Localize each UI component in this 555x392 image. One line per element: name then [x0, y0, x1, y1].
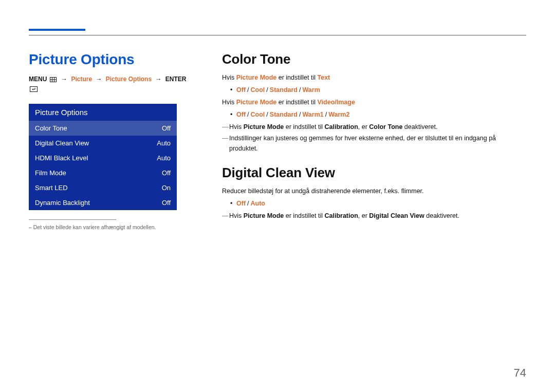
text: Hvis — [222, 74, 236, 81]
breadcrumb: MENU → Picture → Picture Options → ENTER — [29, 75, 193, 95]
osd-row-label: Digital Clean View — [35, 139, 89, 147]
arrow-icon: → — [155, 76, 161, 83]
breadcrumb-enter: ENTER — [165, 76, 187, 83]
right-column: Color Tone Hvis Picture Mode er indstill… — [222, 51, 526, 230]
osd-row-dynamic-backlight[interactable]: Dynamic Backlight Off — [29, 195, 177, 210]
osd-row-label: Film Mode — [35, 169, 66, 177]
two-column-layout: Picture Options MENU → Picture → Picture… — [29, 51, 526, 230]
text-bold: Picture Mode — [244, 123, 284, 130]
footnote-rule — [29, 219, 116, 220]
osd-row-value: Auto — [157, 139, 171, 147]
breadcrumb-item: Picture — [71, 76, 92, 83]
menu-grid-icon — [50, 76, 57, 85]
osd-row-label: Color Tone — [35, 124, 67, 132]
page: Picture Options MENU → Picture → Picture… — [0, 0, 555, 392]
osd-row-digital-clean-view[interactable]: Digital Clean View Auto — [29, 136, 177, 151]
option: Warm2 — [328, 111, 349, 118]
left-column: Picture Options MENU → Picture → Picture… — [29, 51, 193, 230]
text-accent: Text — [317, 74, 330, 81]
osd-row-label: Smart LED — [35, 184, 68, 192]
header-accent-bar — [29, 29, 85, 31]
text-bold: Color Tone — [369, 123, 402, 130]
subsection-heading-dcv: Digital Clean View — [222, 165, 526, 181]
osd-row-value: Off — [162, 169, 171, 177]
text-bold: Digital Clean View — [369, 212, 424, 219]
text-accent: Video/Image — [317, 99, 355, 106]
list-item: Off/Cool/Standard/Warm — [222, 85, 526, 95]
text-accent: Picture Mode — [236, 74, 277, 81]
option: Cool — [251, 86, 265, 94]
arrow-icon: → — [61, 76, 67, 83]
text: Hvis — [229, 123, 244, 130]
enter-icon — [30, 86, 38, 95]
arrow-icon: → — [96, 76, 102, 83]
breadcrumb-menu: MENU — [29, 76, 47, 83]
text: Hvis — [222, 99, 236, 106]
text-bold: Calibration — [324, 123, 358, 130]
text: er indstillet til — [284, 123, 324, 130]
osd-row-value: Auto — [157, 154, 171, 162]
osd-row-label: HDMI Black Level — [35, 154, 88, 162]
body-text: Reducer billedstøj for at undgå distrahe… — [222, 186, 526, 196]
osd-row-label: Dynamic Backlight — [35, 199, 90, 207]
osd-row-color-tone[interactable]: Color Tone Off — [29, 121, 177, 136]
osd-row-value: On — [162, 184, 171, 192]
breadcrumb-item: Picture Options — [106, 76, 152, 83]
option: Warm1 — [302, 111, 323, 118]
list-item: Off/Auto — [222, 198, 526, 209]
text: Hvis — [229, 212, 244, 219]
text-accent: Picture Mode — [236, 99, 277, 106]
option: Off — [236, 200, 246, 207]
text: er indstillet til — [276, 99, 317, 106]
text: , er — [358, 123, 369, 130]
osd-row-value: Off — [162, 124, 171, 132]
section-heading-left: Picture Options — [29, 51, 193, 68]
footnote: – Det viste billede kan variere afhængig… — [29, 224, 193, 230]
options-list: Off/Auto — [222, 198, 526, 209]
option: Standard — [270, 86, 298, 94]
osd-panel: Picture Options Color Tone Off Digital C… — [29, 104, 177, 210]
list-item: Off/Cool/Standard/Warm1/Warm2 — [222, 109, 526, 120]
text: deaktiveret. — [402, 123, 437, 130]
options-list: Off/Cool/Standard/Warm — [222, 85, 526, 95]
note-text: Hvis Picture Mode er indstillet til Cali… — [222, 122, 526, 132]
option: Off — [236, 86, 246, 94]
option: Standard — [270, 111, 298, 118]
text: er indstillet til — [276, 74, 317, 81]
osd-row-hdmi-black-level[interactable]: HDMI Black Level Auto — [29, 151, 177, 165]
body-text: Hvis Picture Mode er indstillet til Vide… — [222, 97, 526, 107]
text: er indstillet til — [284, 212, 324, 219]
osd-row-value: Off — [162, 199, 171, 207]
header-rule — [29, 35, 526, 35]
osd-row-film-mode[interactable]: Film Mode Off — [29, 165, 177, 180]
page-number: 74 — [514, 366, 526, 380]
options-list: Off/Cool/Standard/Warm1/Warm2 — [222, 109, 526, 120]
text: deaktiveret. — [424, 212, 459, 219]
option: Off — [236, 111, 246, 118]
text-bold: Calibration — [324, 212, 358, 219]
osd-row-smart-led[interactable]: Smart LED On — [29, 180, 177, 195]
body-text: Hvis Picture Mode er indstillet til Text — [222, 72, 526, 83]
option: Warm — [302, 86, 320, 94]
subsection-heading-color-tone: Color Tone — [222, 51, 526, 67]
text-bold: Picture Mode — [244, 212, 284, 219]
option: Auto — [251, 200, 265, 207]
osd-title: Picture Options — [29, 104, 177, 121]
note-text: Hvis Picture Mode er indstillet til Cali… — [222, 211, 526, 221]
text: , er — [358, 212, 369, 219]
option: Cool — [251, 111, 265, 118]
note-text: Indstillinger kan justeres og gemmes for… — [222, 133, 526, 154]
